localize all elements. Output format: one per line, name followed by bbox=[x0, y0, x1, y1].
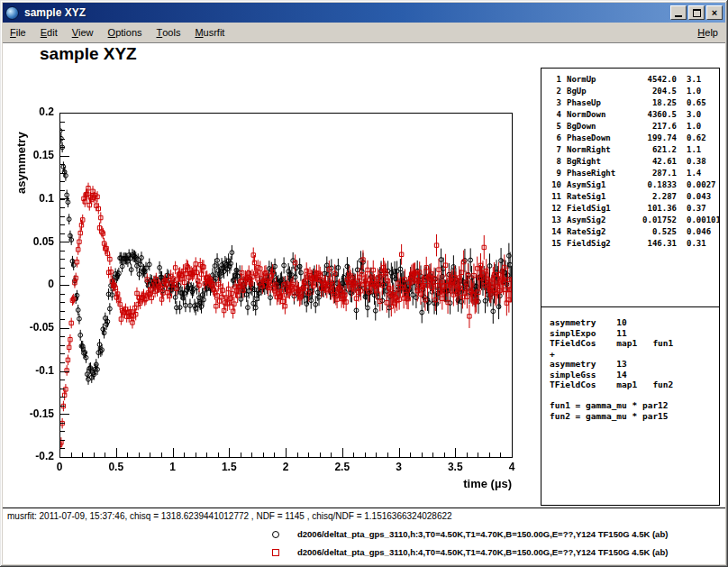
menu-item[interactable]: Tools bbox=[150, 23, 188, 42]
app-window: sample XYZ × File Edit View Options Tool… bbox=[0, 0, 728, 567]
theory-line: TFieldCos map1 fun1 bbox=[550, 338, 719, 349]
parameter-number: 15 bbox=[547, 238, 561, 250]
parameter-number: 9 bbox=[547, 168, 561, 179]
parameter-value: 217.6 bbox=[632, 121, 677, 133]
theory-line: asymmetry 13 bbox=[550, 359, 719, 370]
parameter-row: 2 BgUp 204.5 1.0 bbox=[547, 86, 719, 97]
theory-line: fun1 = gamma_mu * par12 bbox=[550, 400, 719, 411]
menu-item[interactable]: Options bbox=[101, 23, 150, 42]
parameter-name: PhaseUp bbox=[567, 97, 632, 109]
menu-item[interactable]: Edit bbox=[33, 23, 65, 42]
parameter-row: 1 NormUp 4542.0 3.1 bbox=[547, 74, 719, 86]
parameter-name: PhaseDown bbox=[567, 133, 632, 144]
theory-line: + bbox=[550, 349, 719, 360]
parameter-error: 0.00101 bbox=[687, 215, 720, 226]
parameter-error: 1.0 bbox=[687, 86, 701, 97]
close-button[interactable]: × bbox=[706, 5, 723, 20]
parameter-row: 12 FieldSig1 101.36 0.37 bbox=[547, 203, 719, 215]
parameter-value: 204.5 bbox=[632, 86, 677, 97]
parameter-number: 4 bbox=[547, 109, 561, 121]
legend-entry-1: d2006/deltat_pta_gps_3110,h:3,T0=4.50K,T… bbox=[0, 526, 728, 543]
parameter-number: 6 bbox=[547, 133, 561, 144]
parameter-row: 11 RateSig1 2.287 0.043 bbox=[547, 191, 719, 203]
parameter-number: 8 bbox=[547, 156, 561, 168]
parameter-number: 3 bbox=[547, 97, 561, 109]
minimize-icon bbox=[675, 15, 682, 17]
maximize-button[interactable] bbox=[688, 5, 705, 20]
parameter-row: 3 PhaseUp 18.25 0.65 bbox=[547, 97, 719, 109]
status-separator bbox=[3, 508, 725, 508]
parameter-error: 0.046 bbox=[687, 226, 711, 238]
theory-line bbox=[550, 390, 719, 401]
parameter-error: 0.0027 bbox=[687, 179, 716, 191]
parameter-name: FieldSig1 bbox=[567, 203, 632, 215]
circle-marker-icon bbox=[272, 531, 279, 538]
parameter-name: BgRight bbox=[567, 156, 632, 168]
parameter-error: 3.0 bbox=[687, 109, 701, 121]
parameter-name: FieldSig2 bbox=[567, 238, 632, 250]
parameter-name: RateSig1 bbox=[567, 191, 632, 203]
parameter-row: 14 RateSig2 0.525 0.046 bbox=[547, 226, 719, 238]
window-icon bbox=[5, 6, 19, 20]
parameter-value: 2.287 bbox=[632, 191, 677, 203]
parameter-name: NormRight bbox=[567, 144, 632, 156]
parameter-error: 1.1 bbox=[687, 144, 701, 156]
parameter-error: 0.62 bbox=[687, 133, 706, 144]
parameter-number: 7 bbox=[547, 144, 561, 156]
parameter-name: NormUp bbox=[567, 74, 632, 86]
parameter-number: 11 bbox=[547, 191, 561, 203]
maximize-icon bbox=[693, 9, 701, 17]
square-marker-icon bbox=[272, 549, 279, 556]
theory-line: TFieldCos map1 fun2 bbox=[550, 380, 719, 390]
parameter-error: 3.1 bbox=[687, 74, 701, 86]
titlebar[interactable]: sample XYZ × bbox=[3, 3, 725, 23]
plot-canvas[interactable] bbox=[4, 54, 541, 505]
parameter-panel: 1 NormUp 4542.0 3.1 2 BgUp 204.5 1.0 3 P… bbox=[541, 68, 720, 307]
parameter-row: 7 NormRight 621.2 1.1 bbox=[547, 144, 719, 156]
parameter-row: 4 NormDown 4360.5 3.0 bbox=[547, 109, 719, 121]
menu-item[interactable]: File bbox=[3, 23, 33, 42]
parameter-number: 1 bbox=[547, 74, 561, 86]
fit-status: musrfit: 2011-07-09, 15:37:46, chisq = 1… bbox=[7, 511, 452, 521]
legend-entry-2: d2006/deltat_pta_gps_3110,h:4,T0=4.50K,T… bbox=[0, 544, 728, 561]
parameter-error: 0.043 bbox=[687, 191, 711, 203]
theory-line: asymmetry 10 bbox=[550, 317, 719, 328]
parameter-value: 621.2 bbox=[632, 144, 677, 156]
parameter-name: AsymSig2 bbox=[567, 215, 632, 226]
parameter-value: 199.74 bbox=[632, 133, 677, 144]
minimize-button[interactable] bbox=[670, 5, 687, 20]
parameter-row: 8 BgRight 42.61 0.38 bbox=[547, 156, 719, 168]
parameter-error: 0.37 bbox=[687, 203, 706, 215]
parameter-name: PhaseRight bbox=[567, 168, 632, 179]
parameter-name: AsymSig1 bbox=[567, 179, 632, 191]
menu-item[interactable]: View bbox=[65, 23, 101, 42]
menu-item[interactable]: Musrfit bbox=[187, 23, 232, 42]
parameter-error: 1.4 bbox=[687, 168, 701, 179]
parameter-row: 13 AsymSig2 0.01752 0.00101 bbox=[547, 215, 719, 226]
parameter-number: 10 bbox=[547, 179, 561, 191]
theory-line: simpleGss 14 bbox=[550, 370, 719, 380]
theory-line: fun2 = gamma_mu * par15 bbox=[550, 411, 719, 422]
parameter-name: NormDown bbox=[567, 109, 632, 121]
parameter-name: BgUp bbox=[567, 86, 632, 97]
menu-item-help[interactable]: Help bbox=[690, 23, 725, 42]
help-label: elp bbox=[705, 27, 718, 38]
parameter-value: 101.36 bbox=[632, 203, 677, 215]
window-title: sample XYZ bbox=[24, 6, 669, 19]
parameter-row: 5 BgDown 217.6 1.0 bbox=[547, 121, 719, 133]
legend-label: d2006/deltat_pta_gps_3110,h:4,T0=4.50K,T… bbox=[297, 547, 668, 557]
parameter-error: 0.65 bbox=[687, 97, 706, 109]
parameter-value: 4542.0 bbox=[632, 74, 677, 86]
parameter-number: 2 bbox=[547, 86, 561, 97]
parameter-value: 0.01752 bbox=[632, 215, 677, 226]
parameter-row: 10 AsymSig1 0.1833 0.0027 bbox=[547, 179, 719, 191]
parameter-row: 6 PhaseDown 199.74 0.62 bbox=[547, 133, 719, 144]
parameter-error: 1.0 bbox=[687, 121, 701, 133]
parameter-error: 0.38 bbox=[687, 156, 706, 168]
parameter-number: 14 bbox=[547, 226, 561, 238]
parameter-value: 0.1833 bbox=[632, 179, 677, 191]
menu-items: File Edit View Options Tools Musrfit bbox=[3, 23, 232, 42]
close-icon: × bbox=[712, 8, 717, 18]
parameter-row: 9 PhaseRight 287.1 1.4 bbox=[547, 168, 719, 179]
theory-panel: asymmetry 10 simplExpo 11 TFieldCos map1… bbox=[541, 306, 720, 506]
